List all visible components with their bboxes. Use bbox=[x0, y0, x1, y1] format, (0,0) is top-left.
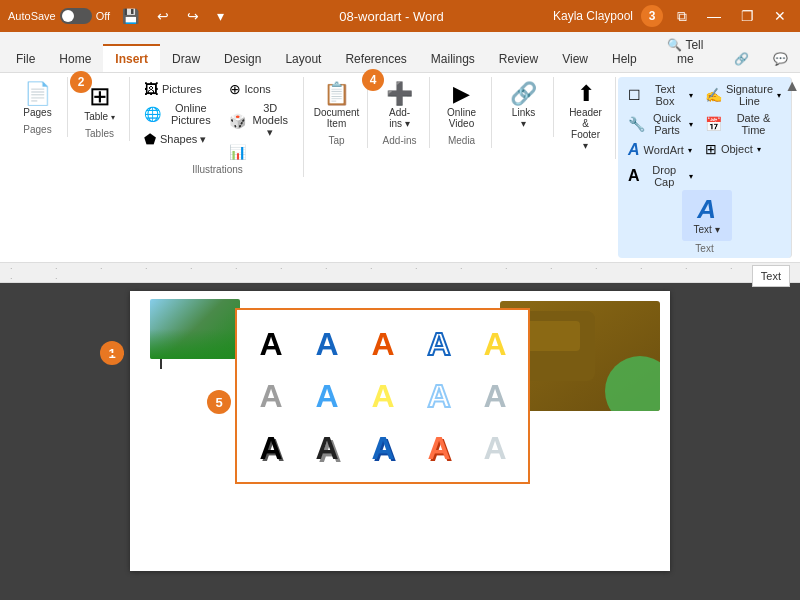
wordart-style-15[interactable]: A bbox=[471, 424, 519, 472]
table-label: Table ▾ bbox=[84, 111, 115, 122]
autosave-toggle[interactable] bbox=[60, 8, 92, 24]
wordart-style-7[interactable]: A bbox=[303, 372, 351, 420]
document-item-label: DocumentItem bbox=[314, 107, 360, 129]
wordart-button[interactable]: A WordArt ▾ bbox=[624, 139, 697, 161]
online-video-button[interactable]: ▶ OnlineVideo bbox=[441, 79, 482, 133]
3d-models-button[interactable]: 🎲 3D Models ▾ bbox=[225, 100, 295, 141]
wordart-arrow: ▾ bbox=[688, 146, 692, 155]
text-box-button[interactable]: ☐ Text Box ▾ bbox=[624, 81, 697, 109]
wordart-dropdown-panel[interactable]: 5 A A A A A A A A A A A A A A A bbox=[235, 308, 530, 484]
tab-design[interactable]: Design bbox=[212, 46, 273, 72]
tab-layout[interactable]: Layout bbox=[273, 46, 333, 72]
tab-mailings[interactable]: Mailings bbox=[419, 46, 487, 72]
callout-5: 5 bbox=[207, 390, 231, 414]
ribbon-collapse-button[interactable]: ▲ bbox=[784, 77, 800, 95]
text-col1: ☐ Text Box ▾ 🔧 Quick Parts ▾ A WordArt ▾ bbox=[624, 81, 697, 190]
title-bar-right: Kayla Claypool 3 ⧉ — ❐ ✕ bbox=[553, 5, 792, 27]
text-large-button[interactable]: A Text ▾ bbox=[682, 190, 732, 241]
ribbon-group-links: 🔗 Links ▾ bbox=[494, 77, 554, 137]
signature-line-button[interactable]: ✍ Signature Line ▾ bbox=[701, 81, 785, 109]
ribbon-group-header-footer: ⬆ Header &Footer ▾ bbox=[556, 77, 616, 159]
illustrations-col2: ⊕ Icons 🎲 3D Models ▾ 📊 bbox=[225, 79, 295, 162]
online-video-icon: ▶ bbox=[453, 83, 470, 105]
tab-draw[interactable]: Draw bbox=[160, 46, 212, 72]
wordart-style-2[interactable]: A bbox=[303, 320, 351, 368]
wordart-a-11: A bbox=[259, 430, 282, 467]
media-items: ▶ OnlineVideo bbox=[441, 79, 482, 133]
callout-3: 3 bbox=[641, 5, 663, 27]
addins-button[interactable]: ➕ Add-ins ▾ bbox=[380, 79, 420, 133]
object-arrow: ▾ bbox=[757, 145, 761, 154]
wordart-a-1: A bbox=[259, 326, 282, 363]
ribbon-display-button[interactable]: ⧉ bbox=[671, 6, 693, 27]
autosave-area: AutoSave Off bbox=[8, 8, 110, 24]
wordart-style-11[interactable]: A bbox=[247, 424, 295, 472]
minimize-button[interactable]: — bbox=[701, 6, 727, 26]
online-pictures-icon: 🌐 bbox=[144, 106, 161, 122]
pages-button[interactable]: 📄 Pages bbox=[17, 79, 57, 122]
wordart-style-6[interactable]: A bbox=[247, 372, 295, 420]
shapes-button[interactable]: ⬟ Shapes ▾ bbox=[140, 129, 221, 149]
ribbon-group-text: ☐ Text Box ▾ 🔧 Quick Parts ▾ A WordArt ▾ bbox=[618, 77, 792, 258]
wordart-style-1[interactable]: A bbox=[247, 320, 295, 368]
addins-items: ➕ Add-ins ▾ bbox=[380, 79, 420, 133]
smartart-button[interactable]: 📊 bbox=[225, 142, 295, 162]
customize-qat-button[interactable]: ▾ bbox=[211, 6, 230, 26]
drop-cap-arrow: ▾ bbox=[689, 172, 693, 181]
pages-items: 📄 Pages bbox=[17, 79, 57, 122]
tab-insert[interactable]: Insert bbox=[103, 44, 160, 72]
undo-button[interactable]: ↩ bbox=[151, 6, 175, 26]
tab-home[interactable]: Home bbox=[47, 46, 103, 72]
quick-parts-icon: 🔧 bbox=[628, 116, 645, 132]
wordart-style-9[interactable]: A bbox=[415, 372, 463, 420]
pages-group-label: Pages bbox=[23, 124, 51, 135]
wordart-style-13[interactable]: A bbox=[359, 424, 407, 472]
icons-button[interactable]: ⊕ Icons bbox=[225, 79, 295, 99]
object-button[interactable]: ⊞ Object ▾ bbox=[701, 139, 785, 159]
smartart-icon: 📊 bbox=[229, 144, 246, 160]
close-button[interactable]: ✕ bbox=[768, 6, 792, 26]
wordart-style-14[interactable]: A bbox=[415, 424, 463, 472]
tab-review[interactable]: Review bbox=[487, 46, 550, 72]
wordart-style-10[interactable]: A bbox=[471, 372, 519, 420]
document-item-button[interactable]: 📋 DocumentItem bbox=[308, 79, 366, 133]
redo-button[interactable]: ↪ bbox=[181, 6, 205, 26]
quick-parts-button[interactable]: 🔧 Quick Parts ▾ bbox=[624, 110, 697, 138]
ribbon-group-media: ▶ OnlineVideo Media bbox=[432, 77, 492, 148]
pictures-button[interactable]: 🖼 Pictures bbox=[140, 79, 221, 99]
header-footer-button[interactable]: ⬆ Header &Footer ▾ bbox=[563, 79, 608, 155]
ribbon-group-tables: 2 ⊞ Table ▾ Tables bbox=[70, 77, 130, 141]
wordart-style-4[interactable]: A bbox=[415, 320, 463, 368]
document-item-icon: 📋 bbox=[323, 83, 350, 105]
text-large-label: Text ▾ bbox=[693, 224, 719, 235]
tab-view[interactable]: View bbox=[550, 46, 600, 72]
tab-help[interactable]: Help bbox=[600, 46, 649, 72]
online-pictures-label: Online Pictures bbox=[165, 102, 217, 126]
addins-icon: ➕ bbox=[386, 83, 413, 105]
tab-references[interactable]: References bbox=[333, 46, 418, 72]
share-button[interactable]: 🔗 bbox=[722, 46, 761, 72]
text-label-panel: Text bbox=[752, 265, 790, 287]
drop-cap-button[interactable]: A Drop Cap ▾ bbox=[624, 162, 697, 190]
tab-tell-me[interactable]: 🔍 Tell me bbox=[649, 32, 722, 72]
comments-button[interactable]: 💬 bbox=[761, 46, 800, 72]
tab-file[interactable]: File bbox=[4, 46, 47, 72]
save-button[interactable]: 💾 bbox=[116, 6, 145, 26]
online-pictures-button[interactable]: 🌐 Online Pictures bbox=[140, 100, 221, 128]
links-icon: 🔗 bbox=[510, 83, 537, 105]
drop-cap-label: Drop Cap bbox=[644, 164, 685, 188]
wordart-a-15: A bbox=[483, 430, 506, 467]
date-time-icon: 📅 bbox=[705, 116, 722, 132]
callout-4: 4 bbox=[362, 69, 384, 91]
ribbon-tabs: File Home Insert Draw Design Layout Refe… bbox=[0, 32, 800, 73]
wordart-style-3[interactable]: A bbox=[359, 320, 407, 368]
links-button[interactable]: 🔗 Links ▾ bbox=[502, 79, 545, 133]
wordart-style-5[interactable]: A bbox=[471, 320, 519, 368]
restore-button[interactable]: ❐ bbox=[735, 6, 760, 26]
text-col2: ✍ Signature Line ▾ 📅 Date & Time ⊞ Objec… bbox=[701, 81, 785, 159]
3d-models-icon: 🎲 bbox=[229, 113, 246, 129]
wordart-style-8[interactable]: A bbox=[359, 372, 407, 420]
wordart-style-12[interactable]: A bbox=[303, 424, 351, 472]
date-time-button[interactable]: 📅 Date & Time bbox=[701, 110, 785, 138]
text-box-icon: ☐ bbox=[628, 87, 641, 103]
